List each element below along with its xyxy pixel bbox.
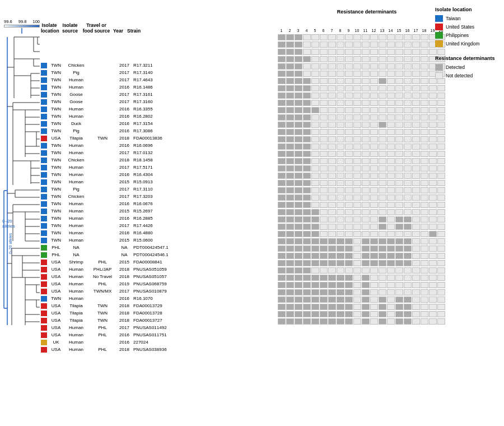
table-row: TWNGoose2017R17.3161 — [41, 91, 277, 98]
location-abbreviation: TWN — [48, 187, 64, 192]
resistance-not-detected — [412, 34, 420, 40]
resistance-not-detected — [421, 318, 428, 325]
main-container: 99.6 99.8 100 Isolate location Isolate s… — [0, 0, 504, 426]
year: 2017 — [116, 150, 132, 155]
legend-locations: TaiwanUnited StatesPhilippinesUnited Kin… — [435, 15, 500, 47]
resistance-not-detected — [379, 282, 386, 288]
travel-source: TWN — [88, 136, 116, 141]
resistance-row — [277, 41, 456, 48]
resistance-not-detected — [311, 165, 319, 172]
resistance-not-detected — [421, 260, 428, 266]
resistance-not-detected — [437, 209, 445, 215]
resistance-not-detected — [429, 173, 437, 179]
resistance-not-detected — [437, 187, 445, 193]
resistance-not-detected — [421, 224, 428, 230]
resistance-detected — [303, 180, 311, 186]
resistance-number: 16 — [403, 29, 412, 33]
resistance-not-detected — [345, 129, 353, 135]
resistance-detected — [278, 173, 286, 179]
resistance-not-detected — [320, 63, 328, 70]
resistance-detected — [278, 151, 286, 157]
table-row: USAHumanPHL2016PNUSAS011751 — [41, 331, 277, 339]
resistance-detected — [362, 260, 370, 266]
resistance-not-detected — [320, 180, 328, 186]
location-color-box — [41, 347, 47, 353]
resistance-detected — [286, 297, 294, 303]
strain: R17.4426 — [132, 223, 181, 228]
resistance-detected — [328, 260, 336, 266]
resistance-not-detected — [320, 41, 328, 48]
resistance-not-detected — [395, 107, 403, 113]
resistance-not-detected — [370, 143, 378, 150]
resistance-detected — [328, 282, 336, 288]
resistance-row — [277, 136, 456, 143]
resistance-not-detected — [429, 158, 437, 164]
isolate-source-header: Isolate source — [58, 23, 82, 34]
resistance-number: 11 — [361, 29, 370, 33]
resistance-not-detected — [412, 100, 420, 106]
resistance-not-detected — [320, 195, 328, 201]
table-row: TWNHuman2016R16.3355 — [41, 105, 277, 113]
strain: R17.3154 — [132, 121, 181, 126]
strain: PNUSAS011492 — [132, 325, 181, 330]
year: 2017 — [116, 289, 132, 294]
resistance-not-detected — [311, 85, 319, 91]
resistance-not-detected — [311, 180, 319, 186]
resistance-not-detected — [437, 107, 445, 113]
location-color-box — [41, 194, 47, 200]
resistance-detected — [278, 100, 286, 106]
resistance-detected — [303, 114, 311, 121]
resistance-detected — [320, 311, 328, 317]
resistance-detected — [286, 100, 294, 106]
resistance-detected — [278, 63, 286, 70]
resistance-not-detected — [404, 187, 412, 193]
resistance-not-detected — [412, 92, 420, 99]
resistance-not-detected — [404, 129, 412, 135]
resistance-detected — [303, 158, 311, 164]
isolate-source: Human — [64, 296, 88, 301]
resistance-detected — [278, 165, 286, 172]
year: 2016 — [116, 216, 132, 221]
resistance-detected — [286, 151, 294, 157]
resistance-not-detected — [437, 195, 445, 201]
strain: FDA00013728 — [132, 311, 181, 316]
resistance-detected — [379, 311, 386, 317]
location-abbreviation: TWN — [48, 296, 64, 301]
location-color-box — [41, 70, 47, 76]
resistance-detected — [295, 92, 302, 99]
table-row: TWNPig2017R17.3110 — [41, 186, 277, 193]
table-row: USAShrimpPHL2015FDA00008841 — [41, 258, 277, 266]
resistance-not-detected — [421, 209, 428, 215]
resistance-not-detected — [421, 238, 428, 244]
resistance-detected — [295, 195, 302, 201]
table-row: USATilapiaTWN2018FDA00013727 — [41, 317, 277, 324]
resistance-not-detected — [353, 267, 361, 274]
resistance-detected — [278, 275, 286, 281]
resistance-not-detected — [345, 187, 353, 193]
year: NA — [116, 252, 132, 257]
resistance-not-detected — [328, 85, 336, 91]
resistance-not-detected — [379, 49, 386, 55]
resistance-not-detected — [370, 297, 378, 303]
location-abbreviation: TWN — [48, 106, 64, 112]
resistance-detected — [303, 260, 311, 266]
resistance-not-detected — [345, 92, 353, 99]
resistance-not-detected — [362, 41, 370, 48]
resistance-not-detected — [404, 143, 412, 150]
isolate-source: Pig — [64, 70, 88, 75]
resistance-not-detected — [429, 136, 437, 142]
resistance-not-detected — [387, 165, 395, 172]
resistance-not-detected — [412, 122, 420, 128]
resistance-detected — [379, 260, 386, 266]
resistance-not-detected — [328, 216, 336, 223]
resistance-not-detected — [320, 56, 328, 62]
resistance-detected — [404, 238, 412, 244]
resistance-not-detected — [370, 202, 378, 208]
resistance-not-detected — [395, 34, 403, 40]
resistance-not-detected — [412, 158, 420, 164]
resistance-detected — [387, 238, 395, 244]
resistance-detected — [286, 260, 294, 266]
resistance-not-detected — [353, 173, 361, 179]
resistance-not-detected — [404, 34, 412, 40]
resistance-detected — [278, 304, 286, 310]
